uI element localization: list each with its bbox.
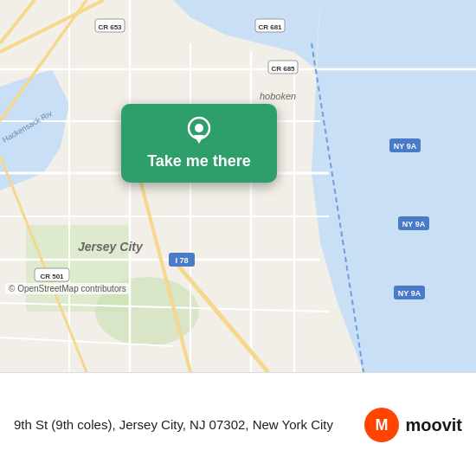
location-pin-icon xyxy=(183,116,215,147)
info-bar: 9th St (9th coles), Jersey City, NJ 0730… xyxy=(0,372,476,476)
moovit-logo: M moovit xyxy=(363,407,462,443)
svg-text:I 78: I 78 xyxy=(175,256,188,265)
svg-text:hoboken: hoboken xyxy=(260,91,296,101)
moovit-wordmark: moovit xyxy=(405,416,462,434)
svg-text:M: M xyxy=(376,416,389,434)
svg-text:CR 685: CR 685 xyxy=(271,65,295,73)
svg-text:NY 9A: NY 9A xyxy=(394,142,417,151)
svg-text:CR 681: CR 681 xyxy=(258,23,282,31)
map-svg: I 78 NY 9A NY 9A NY 9A CR 653 CR 681 CR … xyxy=(0,0,476,372)
map-container: I 78 NY 9A NY 9A NY 9A CR 653 CR 681 CR … xyxy=(0,0,476,372)
moovit-brand-icon: M xyxy=(363,407,400,443)
svg-text:NY 9A: NY 9A xyxy=(402,220,426,228)
osm-credit: © OpenStreetMap contributors xyxy=(5,283,130,294)
callout-label: Take me there xyxy=(147,152,251,170)
address-block: 9th St (9th coles), Jersey City, NJ 0730… xyxy=(14,415,353,434)
svg-point-46 xyxy=(195,124,203,132)
moovit-name: moovit xyxy=(405,416,462,434)
svg-text:Jersey City: Jersey City xyxy=(78,240,144,254)
svg-marker-47 xyxy=(194,135,204,144)
callout-bubble[interactable]: Take me there xyxy=(121,104,277,183)
svg-text:CR 653: CR 653 xyxy=(98,23,122,31)
svg-text:NY 9A: NY 9A xyxy=(398,289,421,298)
address-text: 9th St (9th coles), Jersey City, NJ 0730… xyxy=(14,417,333,432)
svg-text:CR 501: CR 501 xyxy=(40,273,64,280)
